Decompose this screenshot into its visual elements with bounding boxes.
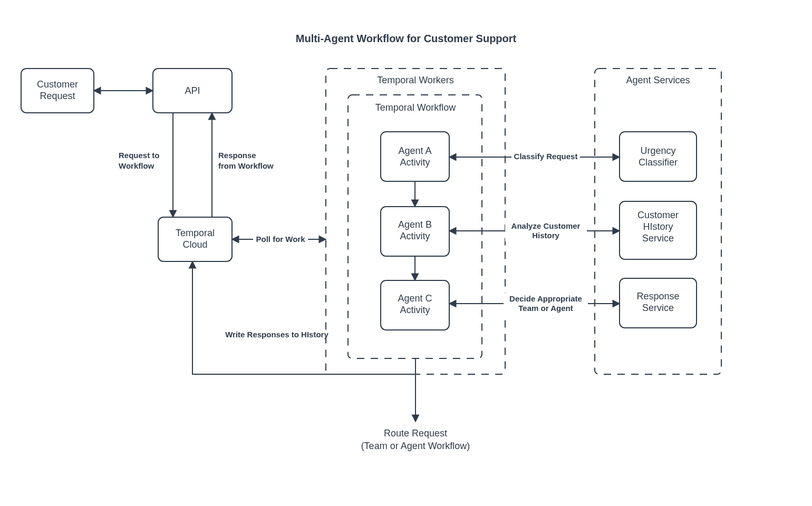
route-label-l1: Route Request — [384, 428, 447, 439]
edge-analyze-label-l1: Analyze Customer — [511, 221, 581, 230]
node-temporal-cloud-label-l1: Temporal — [176, 228, 215, 238]
node-history-service-label-l3: Service — [642, 233, 674, 244]
node-agent-a-label-l2: Activity — [400, 157, 430, 168]
edge-decide-label-l2: Team or Agent — [518, 304, 573, 313]
node-urgency-classifier-label-l2: Classifier — [639, 157, 678, 168]
node-urgency-classifier-label-l1: Urgency — [640, 145, 675, 156]
edge-cloud-to-api-label-l1: Response — [218, 151, 256, 160]
edge-analyze-label-l2: History — [532, 231, 559, 240]
node-customer-request-label-l1: Customer — [37, 79, 78, 90]
edge-classify-label: Classify Request — [514, 152, 578, 161]
edge-api-to-cloud-label-l1: Request to — [119, 151, 160, 160]
node-agent-c-label-l1: Agent C — [398, 293, 432, 304]
node-temporal-cloud-label-l2: Cloud — [182, 239, 207, 250]
node-agent-b-label-l1: Agent B — [398, 219, 432, 230]
group-temporal-workers-label: Temporal Workers — [377, 75, 454, 85]
node-urgency-classifier — [620, 132, 697, 181]
edge-poll-for-work-label: Poll for Work — [256, 235, 305, 244]
node-agent-b-label-l2: Activity — [400, 231, 430, 241]
node-history-service-label-l1: Customer — [637, 210, 679, 220]
edge-api-to-cloud-label-l2: Workflow — [119, 161, 154, 170]
node-api-label: API — [185, 85, 200, 96]
edge-write-history-label: Write Responses to HIstory — [225, 330, 328, 339]
edge-cloud-to-api-label-l2: from Workflow — [218, 161, 274, 170]
route-label-l2: (Team or Agent Workflow) — [361, 441, 470, 451]
node-response-service-label-l2: Service — [642, 303, 674, 313]
group-temporal-workflow-label: Temporal Workflow — [375, 102, 457, 113]
group-agent-services-label: Agent Services — [626, 75, 690, 85]
node-agent-a-label-l1: Agent A — [398, 145, 431, 156]
diagram-title: Multi-Agent Workflow for Customer Suppor… — [296, 33, 517, 44]
node-agent-c-label-l2: Activity — [400, 305, 430, 315]
node-agent-a — [381, 132, 449, 181]
node-history-service-label-l2: HIstory — [643, 221, 673, 232]
node-response-service-label-l1: Response — [636, 291, 679, 301]
node-customer-request-label-l2: Request — [40, 91, 75, 101]
edge-decide-label-l1: Decide Appropriate — [509, 294, 582, 303]
diagram-canvas: Multi-Agent Workflow for Customer Suppor… — [0, 0, 812, 506]
